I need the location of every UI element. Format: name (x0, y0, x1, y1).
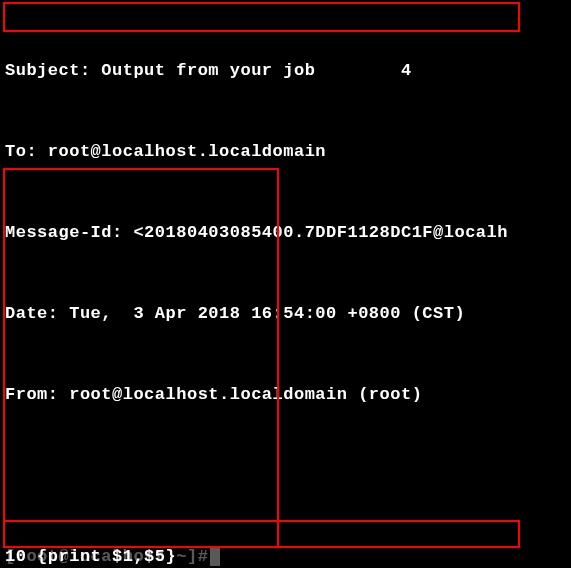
mail-from-line: From: root@localhost.localdomain (root) (5, 381, 566, 408)
blank-line (5, 462, 566, 489)
mail-message-id-line: Message-Id: <20180403085400.7DDF1128DC1F… (5, 219, 566, 246)
mail-to-line: To: root@localhost.localdomain (5, 138, 566, 165)
mail-subject-line: Subject: Output from your job 4 (5, 57, 566, 84)
terminal-screen[interactable]: Subject: Output from your job 4 To: root… (0, 0, 571, 568)
cursor-icon (210, 548, 220, 566)
mail-date-line: Date: Tue, 3 Apr 2018 16:54:00 +0800 (CS… (5, 300, 566, 327)
shell-prompt[interactable]: [root@localhost ~]# (5, 546, 571, 568)
prompt-text: [root@localhost ~]# (5, 547, 208, 566)
highlight-box-subject (3, 2, 520, 32)
